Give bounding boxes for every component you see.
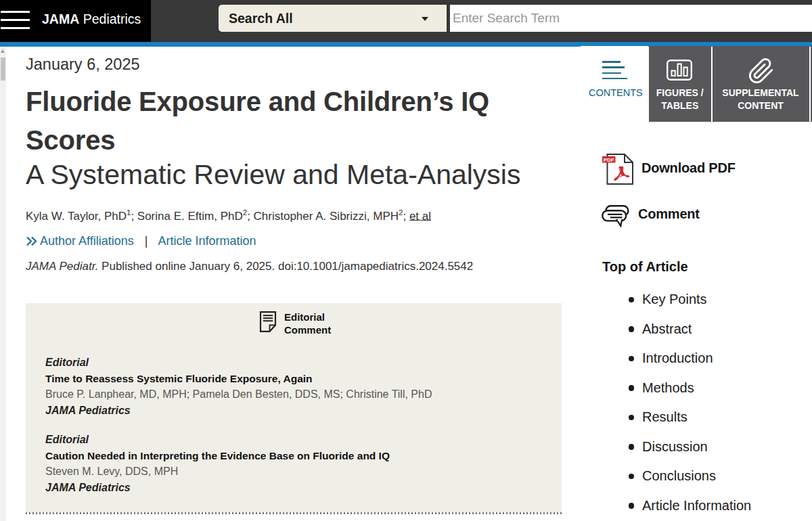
- svg-text:PDF: PDF: [604, 157, 614, 163]
